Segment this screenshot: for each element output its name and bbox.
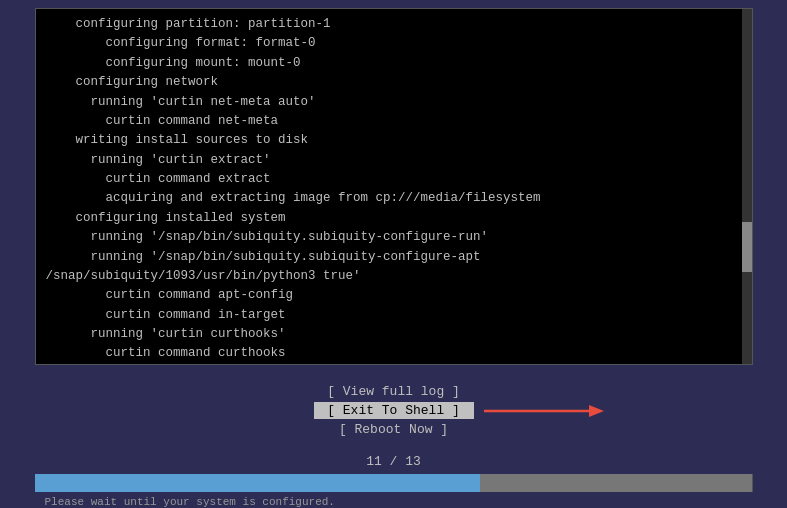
terminal-content: configuring partition: partition-1 confi…: [36, 9, 752, 365]
red-arrow-icon: [484, 401, 604, 421]
actions-area: [ View full log ] [ Exit To Shell ] [ Re…: [314, 383, 474, 438]
progress-section: 11 / 13 Please wait until your system is…: [35, 454, 753, 508]
progress-bar-empty: [480, 474, 753, 492]
scrollbar[interactable]: [742, 9, 752, 364]
exit-to-shell-button[interactable]: [ Exit To Shell ]: [314, 402, 474, 419]
screen: configuring partition: partition-1 confi…: [0, 0, 787, 508]
svg-marker-1: [589, 405, 604, 417]
reboot-now-button[interactable]: [ Reboot Now ]: [314, 421, 474, 438]
progress-label: 11 / 13: [366, 454, 421, 469]
scrollbar-thumb: [742, 222, 752, 272]
bottom-status-text: Please wait until your system is configu…: [35, 496, 335, 508]
progress-bar: [35, 474, 753, 492]
view-full-log-button[interactable]: [ View full log ]: [314, 383, 474, 400]
progress-bar-fill: [35, 474, 480, 492]
terminal-box: configuring partition: partition-1 confi…: [35, 8, 753, 365]
